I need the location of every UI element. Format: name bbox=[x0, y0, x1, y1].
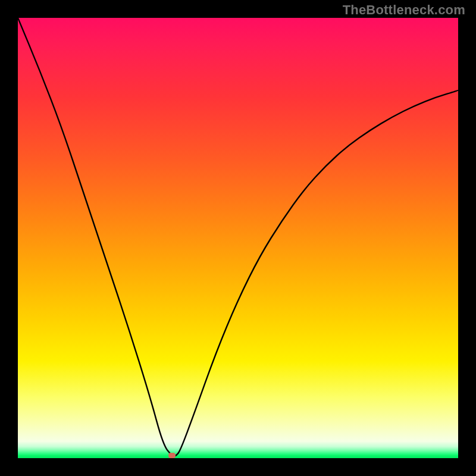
watermark-text: TheBottleneck.com bbox=[343, 2, 465, 18]
optimal-point-marker bbox=[168, 453, 176, 458]
bottleneck-curve bbox=[18, 18, 458, 458]
plot-area bbox=[18, 18, 458, 458]
chart-frame: TheBottleneck.com bbox=[0, 0, 476, 476]
